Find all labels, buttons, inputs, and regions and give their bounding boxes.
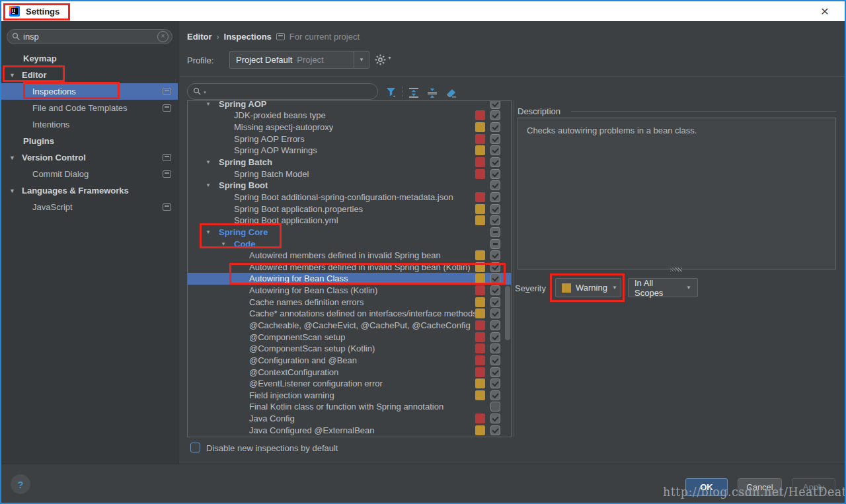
inspection-row[interactable]: ▼ Spring Boot (188, 180, 511, 192)
inspection-checkbox[interactable] (490, 367, 500, 377)
inspection-label: Spring Batch Model (234, 169, 309, 179)
profile-gear-button[interactable]: ▼ (375, 54, 392, 65)
sidebar-item[interactable]: ▼ Keymap (1, 50, 178, 67)
inspection-label: Autowiring for Bean Class (Kotlin) (249, 285, 377, 295)
profile-dropdown-button[interactable]: ▼ (354, 52, 369, 68)
sidebar-search[interactable]: × (7, 29, 173, 44)
clear-search-button[interactable]: × (157, 31, 169, 42)
sidebar-item[interactable]: ▼ Version Control (1, 149, 178, 166)
inspection-checkbox[interactable] (490, 343, 500, 353)
scope-note: For current project (289, 32, 360, 42)
severity-chip (475, 367, 485, 377)
inspection-row[interactable]: ▼ Spring AOP Warnings (188, 145, 511, 157)
inspection-row[interactable]: ▼ Spring Boot additional-spring-configur… (188, 192, 511, 203)
inspection-row[interactable]: ▼ @ComponentScan setup (188, 331, 511, 343)
inspection-checkbox[interactable] (490, 414, 500, 423)
close-button[interactable]: × (816, 2, 834, 20)
inspection-checkbox[interactable] (490, 100, 500, 109)
inspection-checkbox[interactable] (490, 122, 500, 132)
tree-scrollbar-thumb[interactable] (505, 286, 510, 340)
inspection-checkbox[interactable] (490, 355, 500, 365)
inspection-row[interactable]: ▼ @ContextConfiguration (188, 366, 511, 378)
profile-select[interactable]: Project DefaultProject ▼ (229, 51, 369, 69)
filter-button[interactable] (384, 86, 399, 99)
profile-value-suffix: Project (297, 55, 323, 65)
disable-new-inspections-checkbox[interactable] (190, 443, 200, 452)
inspection-row[interactable]: ▼ Spring AOP Errors (188, 133, 511, 145)
inspection-checkbox[interactable] (490, 192, 500, 202)
sidebar-item[interactable]: ▼ Intentions (1, 116, 178, 133)
inspection-row[interactable]: ▼ @Configuration and @Bean (188, 355, 511, 367)
inspection-checkbox[interactable] (490, 285, 500, 295)
severity-chip (475, 169, 485, 179)
inspection-row[interactable]: ▼ @EventListener configuration error (188, 378, 511, 390)
inspection-label: JDK-proxied beans type (234, 110, 326, 120)
inspection-checkbox[interactable] (490, 215, 500, 225)
inspection-search-input[interactable] (208, 86, 372, 97)
inspection-row[interactable]: ▼ Spring AOP (188, 100, 511, 110)
inspection-row[interactable]: ▼ Spring Batch (188, 157, 511, 168)
inspection-search-field[interactable]: ▼ (187, 83, 378, 100)
inspection-row[interactable]: ▼ @Cacheable, @CacheEvict, @CachePut, @C… (188, 320, 511, 332)
severity-chip (475, 204, 485, 214)
inspection-checkbox[interactable] (490, 180, 500, 190)
inspection-row[interactable]: ▼ Missing aspectj-autoproxy (188, 122, 511, 133)
sidebar-item[interactable]: ▼ JavaScript (1, 199, 178, 215)
inspection-row[interactable]: ▼ Spring Batch Model (188, 168, 511, 180)
inspection-checkbox[interactable] (490, 134, 500, 144)
inspection-checkbox[interactable] (490, 110, 500, 120)
titlebar: Settings × (1, 1, 845, 21)
per-project-icon (163, 170, 171, 178)
inspection-row[interactable]: ▼ Java Configured @ExternalBean (188, 424, 511, 436)
reset-filter-button[interactable] (443, 86, 458, 99)
inspection-label: @ComponentScan setup (Kotlin) (249, 343, 375, 353)
breadcrumb: Editor › Inspections For current project (187, 32, 360, 42)
inspection-row[interactable]: ▼ @ComponentScan setup (Kotlin) (188, 343, 511, 355)
inspection-checkbox[interactable] (490, 332, 500, 342)
help-button[interactable]: ? (11, 474, 30, 494)
sidebar-item[interactable]: ▼ Plugins (1, 133, 178, 149)
inspection-row[interactable]: ▼ Cache* annotations defined on interfac… (188, 308, 511, 320)
inspection-checkbox[interactable] (490, 157, 500, 167)
sidebar-item[interactable]: ▼ Commit Dialog (1, 166, 178, 182)
expand-all-button[interactable] (406, 86, 421, 99)
inspection-checkbox[interactable] (490, 378, 500, 388)
inspection-label: @ComponentScan setup (249, 332, 345, 342)
settings-search-input[interactable] (20, 32, 157, 42)
inspection-checkbox[interactable] (490, 169, 500, 179)
resize-grip-icon[interactable] (670, 268, 682, 271)
inspection-row[interactable]: ▼ Final Kotlin class or function with Sp… (188, 401, 511, 413)
inspection-checkbox[interactable] (490, 250, 500, 260)
inspection-checkbox[interactable] (490, 204, 500, 214)
inspection-checkbox[interactable] (490, 308, 500, 318)
scope-select[interactable]: In All Scopes ▼ (628, 278, 698, 297)
inspection-row[interactable]: ▼ JDK-proxied beans type (188, 110, 511, 122)
inspection-checkbox[interactable] (490, 297, 500, 307)
inspection-row[interactable]: ▼ Cache names definition errors (188, 296, 511, 308)
inspection-checkbox[interactable] (490, 145, 500, 155)
inspection-checkbox[interactable] (490, 402, 500, 412)
inspection-row[interactable]: ▼ Spring Boot application.properties (188, 203, 511, 215)
annotation-box-editor (3, 65, 65, 82)
sidebar-item[interactable]: ▼ Languages & Frameworks (1, 182, 178, 199)
inspection-checkbox[interactable] (490, 425, 500, 435)
breadcrumb-editor[interactable]: Editor (187, 32, 212, 42)
panel-splitter[interactable] (514, 100, 514, 437)
inspection-row[interactable]: ▼ (188, 436, 511, 437)
inspection-checkbox[interactable] (490, 227, 500, 237)
inspection-label: @EventListener configuration error (249, 378, 383, 388)
inspection-row[interactable]: ▼ Autowired members defined in invalid S… (188, 250, 511, 262)
expand-all-icon (408, 87, 420, 98)
sidebar-item[interactable]: ▼ File and Code Templates (1, 100, 178, 116)
inspection-row[interactable]: ▼ Java Config (188, 413, 511, 425)
severity-chip (475, 355, 485, 365)
chevron-down-icon: ▼ (204, 182, 219, 188)
inspection-row[interactable]: ▼ Autowiring for Bean Class (Kotlin) (188, 285, 511, 297)
inspection-row[interactable]: ▼ Field injection warning (188, 390, 511, 402)
severity-label: Severity (515, 283, 546, 293)
inspection-checkbox[interactable] (490, 239, 500, 249)
inspection-checkbox[interactable] (490, 390, 500, 400)
collapse-all-button[interactable] (425, 86, 440, 99)
inspection-checkbox[interactable] (490, 437, 500, 437)
inspection-checkbox[interactable] (490, 320, 500, 330)
